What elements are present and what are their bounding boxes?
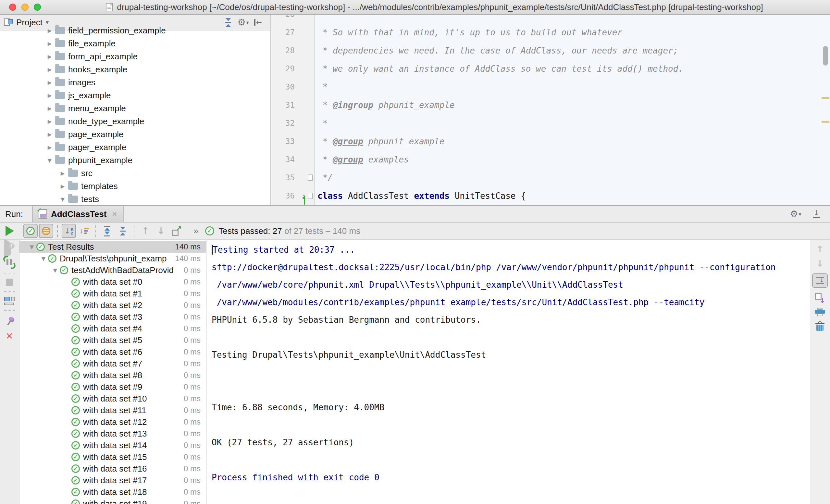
test-tree-row[interactable]: ▼✓Drupal\Tests\phpunit_examp140 ms <box>20 253 206 264</box>
sort-by-duration-icon[interactable]: ↓ <box>77 224 92 238</box>
test-tree-row[interactable]: ✓with data set #50 ms <box>20 334 206 346</box>
chevrons-icon[interactable]: » <box>193 226 199 236</box>
chevron-right-icon[interactable]: ▶ <box>45 105 54 111</box>
stop-icon[interactable] <box>6 278 13 286</box>
chevron-right-icon[interactable]: ▶ <box>58 183 67 190</box>
editor-line[interactable]: 26 <box>271 15 830 23</box>
project-tree-item[interactable]: ▶page_example <box>0 128 270 141</box>
editor-line[interactable]: 31 * @ingroup phpunit_example <box>271 96 830 114</box>
chevron-down-icon[interactable]: ▼ <box>45 157 54 164</box>
previous-occurrence-icon[interactable]: ↑ <box>138 224 153 238</box>
test-tree-row[interactable]: ✓with data set #20 ms <box>20 299 206 311</box>
chevron-down-icon[interactable]: ▼ <box>58 196 67 202</box>
editor-line[interactable]: 28 * dependencies we need. In the case o… <box>271 41 830 60</box>
toggle-auto-test-icon[interactable] <box>4 257 15 268</box>
fold-marker-icon[interactable] <box>308 193 313 199</box>
chevron-down-icon[interactable]: ▼ <box>51 267 60 273</box>
restore-layout-icon[interactable] <box>4 297 14 305</box>
editor-line[interactable]: 36class AddClassTest extends UnitTestCas… <box>271 187 830 205</box>
editor-line[interactable]: 33 * @group phpunit_example <box>271 132 830 150</box>
test-tree-row[interactable]: ✓with data set #30 ms <box>20 311 206 323</box>
test-tree-row[interactable]: ✓with data set #180 ms <box>20 486 206 498</box>
test-tree-row[interactable]: ▼✓Test Results140 ms <box>20 241 206 253</box>
editor-line[interactable]: 34 * @group examples <box>271 150 830 169</box>
error-stripe-mark[interactable] <box>822 121 829 123</box>
chevron-right-icon[interactable]: ▶ <box>45 144 54 150</box>
scroll-to-end-icon[interactable]: ↓ <box>815 293 825 303</box>
test-tree-row[interactable]: ✓with data set #10 ms <box>20 288 206 299</box>
project-tree-item[interactable]: ▶hooks_example <box>0 63 270 76</box>
editor-line[interactable]: 30 * <box>271 78 830 96</box>
test-tree-row[interactable]: ▼✓testAddWithBadDataProvid0 ms <box>20 264 206 276</box>
next-occurrence-icon[interactable]: ↓ <box>154 224 168 238</box>
test-tree-row[interactable]: ✓with data set #130 ms <box>20 428 206 439</box>
project-tree-item[interactable]: ▶form_api_example <box>0 50 270 63</box>
run-test-gutter-icon[interactable] <box>297 191 305 199</box>
test-tree-row[interactable]: ✓with data set #40 ms <box>20 323 206 334</box>
editor-line[interactable]: 35 */ <box>271 169 830 187</box>
chevron-right-icon[interactable]: ▶ <box>58 170 67 176</box>
show-passed-toggle[interactable]: ✓ <box>23 224 38 238</box>
expand-all-icon[interactable] <box>100 224 114 238</box>
soft-wrap-toggle[interactable]: ↓ <box>812 273 828 288</box>
down-the-stack-trace-icon[interactable]: ↓ <box>816 259 824 268</box>
test-tree-row[interactable]: ✓with data set #90 ms <box>20 381 206 393</box>
chevron-right-icon[interactable]: ▶ <box>45 54 54 60</box>
up-the-stack-trace-icon[interactable]: ↑ <box>816 245 824 254</box>
zoom-window-button[interactable] <box>34 4 41 11</box>
hide-run-panel-icon[interactable]: ↓ <box>810 208 822 220</box>
project-tree-item[interactable]: ▶images <box>0 76 270 89</box>
error-stripe-mark[interactable] <box>822 97 829 99</box>
fold-marker-icon[interactable] <box>308 174 313 181</box>
test-tree-row[interactable]: ✓with data set #170 ms <box>20 474 206 486</box>
test-tree-row[interactable]: ✓with data set #70 ms <box>20 358 206 369</box>
test-tree-row[interactable]: ✓with data set #160 ms <box>20 463 206 474</box>
project-tree-item[interactable]: ▶file_example <box>0 37 270 50</box>
chevron-right-icon[interactable]: ▶ <box>45 119 54 125</box>
editor-line[interactable]: 27 * So with that in mind, it's up to us… <box>271 23 830 41</box>
project-tree-item[interactable]: ▶field_permission_example <box>0 24 270 37</box>
test-tree-row[interactable]: ✓with data set #190 ms <box>20 498 206 504</box>
test-tree-row[interactable]: ✓with data set #110 ms <box>20 404 206 416</box>
project-tree-item[interactable]: ▶node_type_example <box>0 115 270 128</box>
project-tree-item[interactable]: ▶js_example <box>0 89 270 102</box>
chevron-right-icon[interactable]: ▶ <box>45 40 54 47</box>
console-output[interactable]: Testing started at 20:37 ...sftp://docke… <box>206 240 810 504</box>
project-tree-item[interactable]: ▼phpunit_example <box>0 154 270 167</box>
test-tree-row[interactable]: ✓with data set #140 ms <box>20 439 206 451</box>
chevron-right-icon[interactable]: ▶ <box>45 79 54 86</box>
chevron-down-icon[interactable]: ▼ <box>27 244 36 250</box>
test-tree-row[interactable]: ✓with data set #120 ms <box>20 416 206 428</box>
settings-gear-icon[interactable]: ⚙▾ <box>790 208 801 220</box>
project-tree-item[interactable]: ▶src <box>0 167 270 180</box>
project-tree-item[interactable]: ▶templates <box>0 180 270 193</box>
close-window-button[interactable] <box>9 4 16 11</box>
test-tree-row[interactable]: ✓with data set #00 ms <box>20 276 206 288</box>
editor-line[interactable]: 32 * <box>271 114 830 132</box>
run-tab-addclasstest[interactable]: ✓ AddClassTest ✕ <box>32 206 124 222</box>
chevron-down-icon[interactable]: ▼ <box>39 256 48 262</box>
chevron-right-icon[interactable]: ▶ <box>45 93 54 99</box>
chevron-right-icon[interactable]: ▶ <box>45 28 54 34</box>
clear-console-icon[interactable] <box>816 322 825 331</box>
editor-scrollbar-thumb[interactable] <box>823 46 828 66</box>
editor-line[interactable]: 29 * we only want an instance of AddClas… <box>271 60 830 78</box>
test-tree-row[interactable]: ✓with data set #100 ms <box>20 393 206 404</box>
show-ignored-toggle[interactable] <box>39 224 53 238</box>
print-icon[interactable] <box>815 308 825 316</box>
rerun-tests-icon[interactable] <box>5 226 14 236</box>
rerun-failed-tests-icon[interactable]: ! <box>4 243 14 252</box>
test-tree-row[interactable]: ✓with data set #80 ms <box>20 369 206 381</box>
test-tree-row[interactable]: ✓with data set #60 ms <box>20 346 206 358</box>
export-test-results-icon[interactable]: ↗ <box>169 224 184 238</box>
code-editor[interactable]: 2627 * So with that in mind, it's up to … <box>271 15 830 205</box>
test-tree-row[interactable]: ✓with data set #150 ms <box>20 451 206 463</box>
chevron-right-icon[interactable]: ▶ <box>45 66 54 73</box>
sort-alphabetically-toggle[interactable]: ↓ az <box>62 224 76 238</box>
chevron-right-icon[interactable]: ▶ <box>45 131 54 137</box>
project-tree-item[interactable]: ▶pager_example <box>0 141 270 154</box>
close-icon[interactable]: ✕ <box>5 332 13 341</box>
project-tree-item[interactable]: ▼tests <box>0 193 270 205</box>
minimize-window-button[interactable] <box>22 4 29 11</box>
project-tree-item[interactable]: ▶menu_example <box>0 102 270 115</box>
